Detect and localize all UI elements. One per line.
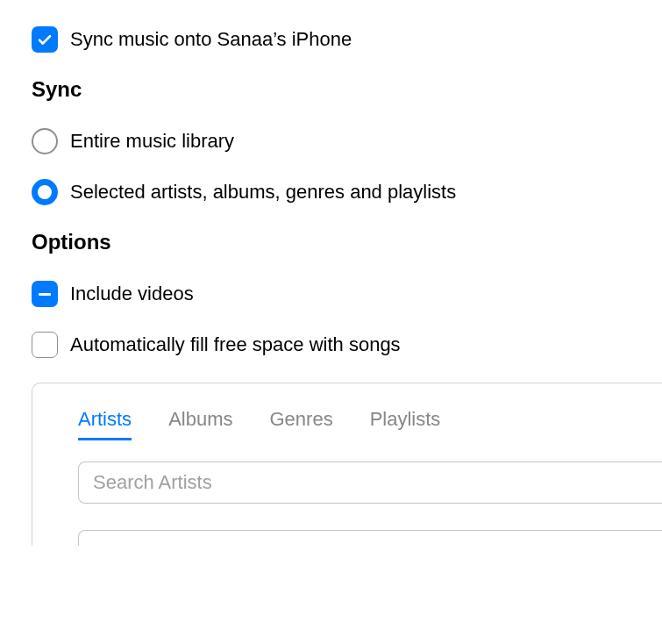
sync-music-checkbox[interactable] [32,26,58,53]
radio-selected[interactable] [32,179,58,205]
tabs-bar: Artists Albums Genres Playlists [78,408,662,440]
options-section-title: Options [32,230,662,254]
selection-panel: Artists Albums Genres Playlists [32,383,662,546]
include-videos-label: Include videos [70,283,194,305]
include-videos-row: Include videos [32,281,662,307]
autofill-row: Automatically fill free space with songs [32,332,662,358]
checkmark-icon [37,32,53,47]
tab-genres[interactable]: Genres [269,408,332,440]
include-videos-checkbox[interactable] [32,281,58,307]
sync-music-label: Sync music onto Sanaa’s iPhone [70,28,352,51]
sync-music-row: Sync music onto Sanaa’s iPhone [32,26,662,53]
list-container [78,530,662,546]
radio-selected-label: Selected artists, albums, genres and pla… [70,181,456,204]
tab-artists[interactable]: Artists [78,408,132,440]
sync-section-title: Sync [32,77,662,102]
search-input[interactable] [78,462,662,504]
radio-entire-library-label: Entire music library [70,130,234,153]
indeterminate-icon [39,293,51,296]
autofill-checkbox[interactable] [32,332,58,358]
radio-entire-library[interactable] [32,128,58,154]
radio-entire-library-row: Entire music library [32,128,662,154]
radio-selected-row: Selected artists, albums, genres and pla… [32,179,662,205]
autofill-label: Automatically fill free space with songs [70,333,401,356]
tab-albums[interactable]: Albums [168,408,232,440]
tab-playlists[interactable]: Playlists [370,408,441,440]
